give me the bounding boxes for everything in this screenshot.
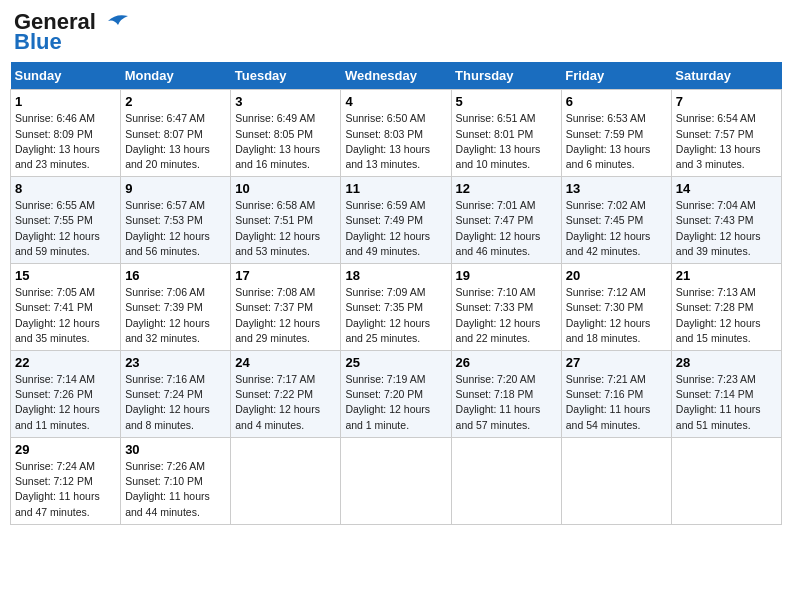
- weekday-header-row: SundayMondayTuesdayWednesdayThursdayFrid…: [11, 62, 782, 90]
- day-detail: Sunrise: 7:04 AM Sunset: 7:43 PM Dayligh…: [676, 198, 777, 259]
- day-detail: Sunrise: 6:46 AM Sunset: 8:09 PM Dayligh…: [15, 111, 116, 172]
- calendar-cell: 9Sunrise: 6:57 AM Sunset: 7:53 PM Daylig…: [121, 177, 231, 264]
- day-detail: Sunrise: 6:49 AM Sunset: 8:05 PM Dayligh…: [235, 111, 336, 172]
- calendar-cell: [231, 437, 341, 524]
- calendar-cell: 2Sunrise: 6:47 AM Sunset: 8:07 PM Daylig…: [121, 90, 231, 177]
- calendar-cell: 20Sunrise: 7:12 AM Sunset: 7:30 PM Dayli…: [561, 264, 671, 351]
- day-detail: Sunrise: 7:12 AM Sunset: 7:30 PM Dayligh…: [566, 285, 667, 346]
- calendar-week-row: 15Sunrise: 7:05 AM Sunset: 7:41 PM Dayli…: [11, 264, 782, 351]
- calendar-week-row: 8Sunrise: 6:55 AM Sunset: 7:55 PM Daylig…: [11, 177, 782, 264]
- day-number: 14: [676, 181, 777, 196]
- calendar-week-row: 29Sunrise: 7:24 AM Sunset: 7:12 PM Dayli…: [11, 437, 782, 524]
- calendar-week-row: 1Sunrise: 6:46 AM Sunset: 8:09 PM Daylig…: [11, 90, 782, 177]
- day-number: 4: [345, 94, 446, 109]
- day-number: 22: [15, 355, 116, 370]
- day-number: 30: [125, 442, 226, 457]
- weekday-header-thursday: Thursday: [451, 62, 561, 90]
- day-number: 26: [456, 355, 557, 370]
- calendar-cell: 7Sunrise: 6:54 AM Sunset: 7:57 PM Daylig…: [671, 90, 781, 177]
- calendar-table: SundayMondayTuesdayWednesdayThursdayFrid…: [10, 62, 782, 524]
- day-detail: Sunrise: 7:09 AM Sunset: 7:35 PM Dayligh…: [345, 285, 446, 346]
- day-detail: Sunrise: 6:53 AM Sunset: 7:59 PM Dayligh…: [566, 111, 667, 172]
- calendar-cell: 24Sunrise: 7:17 AM Sunset: 7:22 PM Dayli…: [231, 351, 341, 438]
- calendar-cell: 13Sunrise: 7:02 AM Sunset: 7:45 PM Dayli…: [561, 177, 671, 264]
- day-number: 13: [566, 181, 667, 196]
- day-number: 21: [676, 268, 777, 283]
- day-detail: Sunrise: 7:06 AM Sunset: 7:39 PM Dayligh…: [125, 285, 226, 346]
- weekday-header-tuesday: Tuesday: [231, 62, 341, 90]
- calendar-cell: [671, 437, 781, 524]
- day-number: 3: [235, 94, 336, 109]
- day-number: 9: [125, 181, 226, 196]
- weekday-header-friday: Friday: [561, 62, 671, 90]
- calendar-cell: 28Sunrise: 7:23 AM Sunset: 7:14 PM Dayli…: [671, 351, 781, 438]
- day-detail: Sunrise: 7:20 AM Sunset: 7:18 PM Dayligh…: [456, 372, 557, 433]
- day-detail: Sunrise: 7:05 AM Sunset: 7:41 PM Dayligh…: [15, 285, 116, 346]
- day-detail: Sunrise: 6:54 AM Sunset: 7:57 PM Dayligh…: [676, 111, 777, 172]
- calendar-cell: 26Sunrise: 7:20 AM Sunset: 7:18 PM Dayli…: [451, 351, 561, 438]
- calendar-cell: 14Sunrise: 7:04 AM Sunset: 7:43 PM Dayli…: [671, 177, 781, 264]
- calendar-cell: 3Sunrise: 6:49 AM Sunset: 8:05 PM Daylig…: [231, 90, 341, 177]
- day-detail: Sunrise: 7:26 AM Sunset: 7:10 PM Dayligh…: [125, 459, 226, 520]
- day-number: 19: [456, 268, 557, 283]
- calendar-week-row: 22Sunrise: 7:14 AM Sunset: 7:26 PM Dayli…: [11, 351, 782, 438]
- day-number: 8: [15, 181, 116, 196]
- logo: General Blue: [14, 10, 130, 54]
- day-number: 12: [456, 181, 557, 196]
- calendar-cell: 18Sunrise: 7:09 AM Sunset: 7:35 PM Dayli…: [341, 264, 451, 351]
- day-detail: Sunrise: 6:47 AM Sunset: 8:07 PM Dayligh…: [125, 111, 226, 172]
- logo-bird-icon: [98, 11, 130, 33]
- day-number: 25: [345, 355, 446, 370]
- day-detail: Sunrise: 7:17 AM Sunset: 7:22 PM Dayligh…: [235, 372, 336, 433]
- calendar-cell: 17Sunrise: 7:08 AM Sunset: 7:37 PM Dayli…: [231, 264, 341, 351]
- calendar-cell: 25Sunrise: 7:19 AM Sunset: 7:20 PM Dayli…: [341, 351, 451, 438]
- calendar-cell: 1Sunrise: 6:46 AM Sunset: 8:09 PM Daylig…: [11, 90, 121, 177]
- day-detail: Sunrise: 6:51 AM Sunset: 8:01 PM Dayligh…: [456, 111, 557, 172]
- day-detail: Sunrise: 7:13 AM Sunset: 7:28 PM Dayligh…: [676, 285, 777, 346]
- weekday-header-wednesday: Wednesday: [341, 62, 451, 90]
- day-detail: Sunrise: 6:58 AM Sunset: 7:51 PM Dayligh…: [235, 198, 336, 259]
- calendar-cell: 8Sunrise: 6:55 AM Sunset: 7:55 PM Daylig…: [11, 177, 121, 264]
- day-detail: Sunrise: 7:10 AM Sunset: 7:33 PM Dayligh…: [456, 285, 557, 346]
- day-detail: Sunrise: 7:21 AM Sunset: 7:16 PM Dayligh…: [566, 372, 667, 433]
- day-number: 23: [125, 355, 226, 370]
- day-detail: Sunrise: 7:19 AM Sunset: 7:20 PM Dayligh…: [345, 372, 446, 433]
- day-number: 29: [15, 442, 116, 457]
- calendar-cell: 6Sunrise: 6:53 AM Sunset: 7:59 PM Daylig…: [561, 90, 671, 177]
- day-detail: Sunrise: 7:01 AM Sunset: 7:47 PM Dayligh…: [456, 198, 557, 259]
- calendar-cell: 22Sunrise: 7:14 AM Sunset: 7:26 PM Dayli…: [11, 351, 121, 438]
- calendar-cell: 12Sunrise: 7:01 AM Sunset: 7:47 PM Dayli…: [451, 177, 561, 264]
- calendar-cell: 27Sunrise: 7:21 AM Sunset: 7:16 PM Dayli…: [561, 351, 671, 438]
- calendar-cell: 4Sunrise: 6:50 AM Sunset: 8:03 PM Daylig…: [341, 90, 451, 177]
- day-number: 7: [676, 94, 777, 109]
- day-number: 1: [15, 94, 116, 109]
- weekday-header-monday: Monday: [121, 62, 231, 90]
- day-detail: Sunrise: 7:24 AM Sunset: 7:12 PM Dayligh…: [15, 459, 116, 520]
- calendar-cell: [451, 437, 561, 524]
- day-number: 18: [345, 268, 446, 283]
- calendar-cell: 10Sunrise: 6:58 AM Sunset: 7:51 PM Dayli…: [231, 177, 341, 264]
- day-detail: Sunrise: 7:02 AM Sunset: 7:45 PM Dayligh…: [566, 198, 667, 259]
- calendar-cell: 29Sunrise: 7:24 AM Sunset: 7:12 PM Dayli…: [11, 437, 121, 524]
- day-number: 6: [566, 94, 667, 109]
- calendar-cell: [561, 437, 671, 524]
- logo-blue-text: Blue: [14, 30, 62, 54]
- calendar-cell: 5Sunrise: 6:51 AM Sunset: 8:01 PM Daylig…: [451, 90, 561, 177]
- calendar-cell: 30Sunrise: 7:26 AM Sunset: 7:10 PM Dayli…: [121, 437, 231, 524]
- day-number: 24: [235, 355, 336, 370]
- day-number: 2: [125, 94, 226, 109]
- day-number: 10: [235, 181, 336, 196]
- day-number: 15: [15, 268, 116, 283]
- day-number: 5: [456, 94, 557, 109]
- calendar-cell: 21Sunrise: 7:13 AM Sunset: 7:28 PM Dayli…: [671, 264, 781, 351]
- day-number: 20: [566, 268, 667, 283]
- day-detail: Sunrise: 6:59 AM Sunset: 7:49 PM Dayligh…: [345, 198, 446, 259]
- day-detail: Sunrise: 7:23 AM Sunset: 7:14 PM Dayligh…: [676, 372, 777, 433]
- day-detail: Sunrise: 6:50 AM Sunset: 8:03 PM Dayligh…: [345, 111, 446, 172]
- day-number: 27: [566, 355, 667, 370]
- day-detail: Sunrise: 7:14 AM Sunset: 7:26 PM Dayligh…: [15, 372, 116, 433]
- weekday-header-saturday: Saturday: [671, 62, 781, 90]
- day-number: 28: [676, 355, 777, 370]
- calendar-cell: [341, 437, 451, 524]
- calendar-cell: 11Sunrise: 6:59 AM Sunset: 7:49 PM Dayli…: [341, 177, 451, 264]
